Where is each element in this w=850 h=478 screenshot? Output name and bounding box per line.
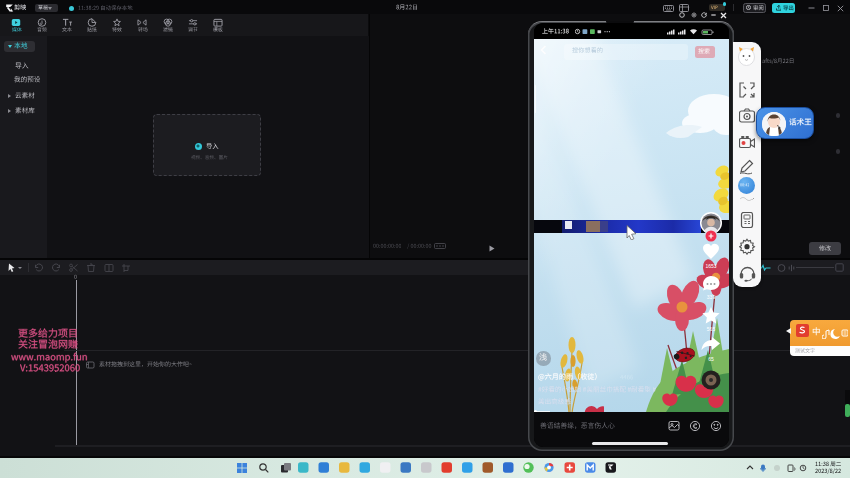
svg-text:565: 565 (706, 326, 715, 332)
svg-text:1653: 1653 (705, 263, 716, 269)
svg-text:339: 339 (706, 294, 715, 300)
svg-text:65: 65 (708, 356, 714, 362)
